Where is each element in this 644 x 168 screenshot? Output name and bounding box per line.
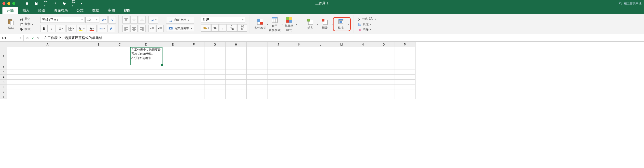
- cell[interactable]: [162, 70, 183, 75]
- cell[interactable]: [88, 47, 109, 65]
- column-header[interactable]: H: [226, 42, 247, 47]
- cell[interactable]: [247, 84, 268, 89]
- conditional-format-button[interactable]: 条件格式: [254, 18, 266, 30]
- copy-button[interactable]: 复制▾: [19, 22, 34, 26]
- cell[interactable]: [310, 89, 331, 94]
- cell[interactable]: [162, 47, 183, 65]
- cell[interactable]: [373, 75, 394, 80]
- cell[interactable]: [130, 89, 162, 94]
- cell[interactable]: [310, 47, 331, 65]
- number-format-combo[interactable]: 常规▾: [201, 17, 245, 23]
- maximize-window-icon[interactable]: [12, 2, 15, 5]
- cell[interactable]: [183, 75, 204, 80]
- cell[interactable]: [109, 84, 130, 89]
- cell[interactable]: [183, 80, 204, 84]
- cell[interactable]: [331, 89, 352, 94]
- cell[interactable]: [310, 94, 331, 99]
- cell[interactable]: [268, 94, 289, 99]
- cut-button[interactable]: 剪切: [19, 17, 34, 21]
- cell[interactable]: [88, 70, 109, 75]
- column-header[interactable]: M: [331, 42, 352, 47]
- cell[interactable]: [310, 84, 331, 89]
- row-header[interactable]: 8: [0, 94, 7, 99]
- column-header[interactable]: B: [88, 42, 109, 47]
- cell[interactable]: [7, 70, 88, 75]
- cell[interactable]: [373, 94, 394, 99]
- cell[interactable]: [226, 65, 247, 70]
- cell[interactable]: [88, 80, 109, 84]
- cell[interactable]: [162, 80, 183, 84]
- cell[interactable]: [226, 80, 247, 84]
- cell[interactable]: [289, 89, 310, 94]
- cell[interactable]: [226, 70, 247, 75]
- cell[interactable]: [109, 94, 130, 99]
- cell[interactable]: [331, 70, 352, 75]
- cell[interactable]: [247, 65, 268, 70]
- cell[interactable]: [310, 75, 331, 80]
- cell[interactable]: [268, 84, 289, 89]
- column-header[interactable]: E: [162, 42, 183, 47]
- home-icon[interactable]: [25, 1, 29, 5]
- cell[interactable]: [394, 80, 416, 84]
- select-all-corner[interactable]: [0, 42, 7, 47]
- row-header[interactable]: 4: [0, 75, 7, 80]
- increase-font-button[interactable]: A▴: [100, 16, 108, 23]
- cell[interactable]: [289, 75, 310, 80]
- row-header[interactable]: 7: [0, 89, 7, 94]
- fill-color-button[interactable]: ▾: [76, 25, 86, 32]
- format-cells-dropdown[interactable]: ▾: [348, 23, 349, 25]
- cell-styles-button[interactable]: 单元格 样式: [283, 16, 296, 32]
- cell[interactable]: [331, 47, 352, 65]
- column-header[interactable]: J: [268, 42, 289, 47]
- tab-view[interactable]: 视图: [119, 7, 135, 14]
- close-window-icon[interactable]: [2, 2, 6, 5]
- increase-decimal-button[interactable]: .0.00: [227, 24, 237, 32]
- cell[interactable]: [130, 84, 162, 89]
- cell[interactable]: [268, 70, 289, 75]
- fill-button[interactable]: 填充▾: [357, 22, 376, 27]
- cell-styles-dropdown[interactable]: ▾: [296, 23, 297, 25]
- cell[interactable]: [204, 75, 226, 80]
- cell[interactable]: [373, 80, 394, 84]
- title-search[interactable]: 在工作表中搜: [619, 1, 642, 6]
- column-header[interactable]: I: [247, 42, 268, 47]
- align-left-button[interactable]: [122, 25, 130, 32]
- cell[interactable]: [7, 94, 88, 99]
- column-header[interactable]: K: [289, 42, 310, 47]
- cancel-formula-icon[interactable]: ✕: [26, 36, 29, 40]
- cell[interactable]: [183, 47, 204, 65]
- column-header[interactable]: G: [204, 42, 226, 47]
- cell[interactable]: [130, 75, 162, 80]
- tab-data[interactable]: 数据: [88, 7, 104, 14]
- cell[interactable]: [352, 65, 373, 70]
- row-header[interactable]: 3: [0, 70, 7, 75]
- column-header[interactable]: F: [183, 42, 204, 47]
- enter-formula-icon[interactable]: ✓: [32, 36, 34, 40]
- tab-draw[interactable]: 绘图: [34, 7, 50, 14]
- cell[interactable]: [162, 94, 183, 99]
- cell[interactable]: [88, 84, 109, 89]
- redo-icon[interactable]: [53, 1, 57, 5]
- cell[interactable]: [352, 80, 373, 84]
- decrease-indent-button[interactable]: [148, 25, 156, 32]
- font-color-button[interactable]: A▾: [87, 25, 97, 32]
- cell[interactable]: [373, 70, 394, 75]
- column-header[interactable]: O: [373, 42, 394, 47]
- increase-indent-button[interactable]: [156, 25, 164, 32]
- italic-button[interactable]: I: [48, 25, 56, 32]
- cell[interactable]: [247, 80, 268, 84]
- cell[interactable]: [130, 65, 162, 70]
- comma-button[interactable]: ,: [219, 24, 226, 32]
- formula-input[interactable]: 在工作表中，选择要设置格式的单元格。: [42, 36, 644, 40]
- fx-icon[interactable]: fx: [37, 36, 39, 40]
- cell[interactable]: [289, 94, 310, 99]
- column-header[interactable]: C: [109, 42, 130, 47]
- align-top-button[interactable]: [122, 16, 130, 23]
- cell[interactable]: [247, 89, 268, 94]
- bold-button[interactable]: B: [40, 25, 48, 32]
- tab-pagelayout[interactable]: 页面布局: [50, 7, 72, 14]
- column-header[interactable]: A: [7, 42, 88, 47]
- delete-cells-button[interactable]: 删除: [318, 18, 331, 30]
- cell[interactable]: [394, 65, 416, 70]
- wrap-text-button[interactable]: 自动换行▾: [166, 17, 194, 23]
